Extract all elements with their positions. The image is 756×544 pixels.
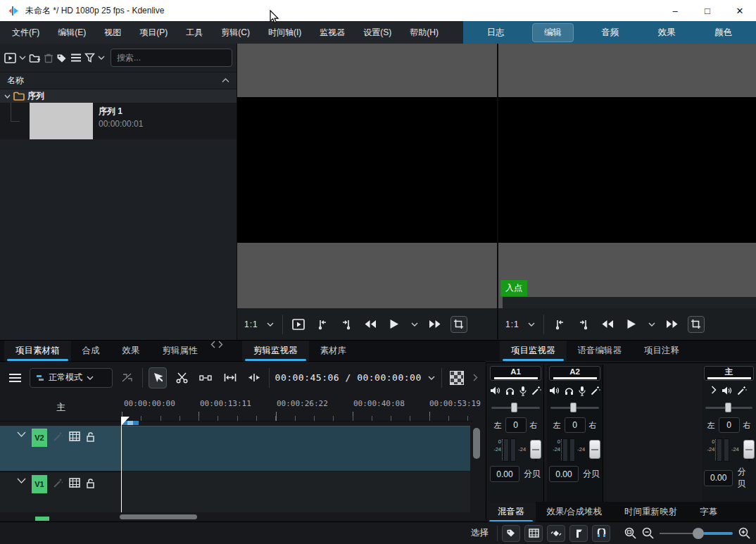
filter-icon[interactable] [84,49,95,66]
timeline-vertical-scrollbar[interactable] [473,428,480,459]
bin-folder-row[interactable]: 序列 [0,89,237,103]
tab-subtitles[interactable]: 字幕 [688,502,729,522]
workspace-tab-effects[interactable]: 效果 [647,24,687,42]
bin-search-input[interactable] [111,49,232,67]
set-in-point-icon[interactable] [551,316,568,333]
effects-icon[interactable] [591,386,600,397]
pan-slider[interactable] [704,403,754,412]
project-monitor-zoom-level[interactable]: 1:1 [505,320,519,329]
track-lane-v1[interactable] [122,472,470,512]
volume-slider[interactable] [743,438,754,462]
solo-icon[interactable] [565,386,574,397]
zoom-in-icon[interactable] [738,527,750,539]
effects-icon[interactable] [531,386,541,397]
collapse-header-icon[interactable] [222,78,229,83]
play-icon[interactable] [386,316,403,333]
timeline-horizontal-scrollbar[interactable] [120,514,197,519]
timeline-position-timecode[interactable]: 00:00:45:06 / 00:00:00:00 [275,372,422,383]
tab-project-monitor[interactable]: 项目监视器 [500,341,567,361]
set-in-point-icon[interactable] [314,316,331,333]
record-icon[interactable] [579,386,586,397]
track-badge[interactable]: V2 [32,429,47,447]
edit-mode-select[interactable]: 正常模式 [30,368,113,388]
expand-arrow-icon[interactable] [4,94,11,99]
effects-icon[interactable] [737,386,747,397]
sequence-tab-main[interactable]: 主 [0,393,122,422]
timeline-ruler[interactable]: 00:00:00:00 00:00:13:11 00:00:26:22 00:0… [122,393,474,422]
tab-project-bin[interactable]: 项目素材箱 [4,341,71,361]
tab-scroll-left-icon[interactable] [209,341,217,348]
pan-slider[interactable] [490,403,541,412]
snap-markers-button[interactable] [569,525,588,542]
tab-compositions[interactable]: 合成 [71,341,111,361]
zone-mode-button[interactable] [688,316,705,333]
timecode-dropdown-icon[interactable] [427,369,436,386]
show-video-thumbnails-button[interactable] [524,525,543,542]
track-effects-icon[interactable] [53,431,63,442]
solo-icon[interactable] [505,386,515,397]
mute-icon[interactable] [722,386,732,397]
clip-monitor-video-area[interactable] [237,97,497,243]
resize-item-icon[interactable] [221,367,239,388]
tab-mixer[interactable]: 混音器 [486,502,536,522]
fast-forward-icon[interactable] [427,316,443,333]
track-video-icon[interactable] [69,478,80,488]
bin-clip-row[interactable]: 序列 1 00:00:00:01 [0,103,237,139]
rewind-icon[interactable] [599,316,616,333]
clip-monitor-zoom-level[interactable]: 1:1 [244,320,258,329]
menu-view[interactable]: 视图 [95,21,130,44]
set-out-point-icon[interactable] [575,316,592,333]
project-monitor-video-area[interactable] [498,97,756,243]
track-badge[interactable]: V1 [32,475,47,493]
expand-icon[interactable] [711,386,717,397]
track-header-v1[interactable]: V1 [0,472,122,512]
menu-file[interactable]: 文件(F) [3,21,49,44]
tab-project-notes[interactable]: 项目注释 [633,341,691,361]
add-clip-button[interactable] [4,49,16,66]
slip-tool-icon[interactable] [245,367,263,388]
timeline-zoom-slider[interactable] [660,528,733,539]
tab-library[interactable]: 素材库 [309,341,358,361]
gain-value[interactable]: 0.00 [549,466,579,482]
collapse-track-icon[interactable] [17,478,26,483]
track-effects-icon[interactable] [53,478,63,488]
menu-project[interactable]: 项目(P) [130,21,177,44]
bin-name-column-header[interactable]: 名称 [0,72,237,89]
channel-title-button[interactable]: 主 [704,366,754,381]
tab-scroll-right-icon[interactable] [217,341,225,348]
clip-in-timeline-icon[interactable] [290,316,307,333]
play-dropdown-icon[interactable] [647,316,657,333]
mix-clips-icon[interactable] [118,367,137,388]
zoom-slider-handle[interactable] [693,528,704,539]
balance-value[interactable]: 0 [505,417,527,433]
add-clip-dropdown-icon[interactable] [19,49,26,66]
volume-slider[interactable] [589,438,600,462]
mute-icon[interactable] [490,386,500,397]
workspace-tab-color[interactable]: 颜色 [703,24,743,42]
track-lock-icon[interactable] [86,478,95,488]
workspace-tab-audio[interactable]: 音频 [590,24,630,42]
track-header-v2[interactable]: V2 [0,426,122,471]
timeline-menu-icon[interactable] [6,367,24,388]
show-markers-button[interactable] [502,525,520,542]
rewind-icon[interactable] [362,316,379,333]
tab-effect-stack[interactable]: 效果/合成堆栈 [536,502,613,522]
mute-icon[interactable] [549,386,560,397]
balance-value[interactable]: 0 [565,417,586,433]
menu-edit[interactable]: 编辑(E) [49,21,95,44]
zoom-out-icon[interactable] [642,527,654,539]
volume-slider[interactable] [530,438,541,462]
show-audio-thumbnails-button[interactable] [547,525,565,542]
project-monitor-zone-bar[interactable] [503,297,756,308]
collapse-track-icon[interactable] [17,431,26,437]
toolbar-overflow-icon[interactable] [472,369,480,386]
channel-title-button[interactable]: A2 [549,366,600,381]
play-dropdown-icon[interactable] [410,316,420,333]
play-icon[interactable] [623,316,640,333]
tab-time-remap[interactable]: 时间重新映射 [613,502,688,522]
transparency-background-button[interactable] [448,367,466,388]
filter-dropdown-icon[interactable] [98,49,105,66]
tab-effects[interactable]: 效果 [111,341,151,361]
snapping-toggle-button[interactable] [592,525,610,542]
workspace-tab-log[interactable]: 日志 [476,24,516,42]
